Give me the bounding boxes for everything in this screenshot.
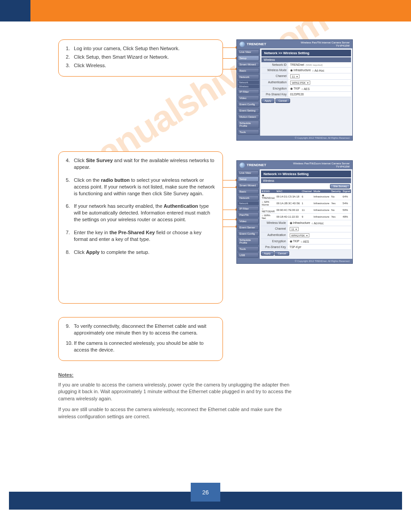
nav-item[interactable]: Tools	[238, 246, 259, 252]
nav-item[interactable]: Event Setting	[238, 108, 259, 113]
step-num: 10.	[66, 340, 74, 353]
panel-section: Wireless	[261, 178, 351, 183]
field-value[interactable]: TSP-Kyrr	[290, 245, 302, 249]
brand-globe-icon	[240, 42, 245, 47]
table-row[interactable]: ○ SPK Home00:1A:2B:3C:4D:5E1Infrastructu…	[261, 200, 351, 207]
table-row[interactable]: ◉ TRENDnet00:14:D1:C5:3A:186Infrastructu…	[261, 193, 351, 200]
nav-item[interactable]: Schedule Profile	[238, 120, 259, 129]
radio-option[interactable]: Infrastructure	[290, 69, 311, 72]
apply-button[interactable]: Apply	[261, 99, 274, 103]
step-text: To verify connectivity, disconnect the E…	[74, 323, 215, 336]
nav-item[interactable]: Smart Wizard	[238, 183, 259, 188]
model-label: Wireless Pan/Tilt Internet Camera Server…	[301, 41, 350, 47]
select[interactable]: 11	[290, 227, 299, 231]
screenshot-panel: Network >> Wireless Setting Wireless Net…	[260, 48, 352, 136]
nav-item[interactable]: Live View	[238, 49, 259, 55]
col-header: Channel	[301, 189, 313, 193]
field-label: Authentication	[261, 80, 288, 86]
nav-subitem[interactable]: Wireless	[238, 85, 259, 88]
apply-button[interactable]: Apply	[261, 251, 274, 256]
field-label: Encryption	[261, 239, 288, 244]
step-num: 3.	[66, 62, 74, 69]
step-text: Click Wireless.	[74, 62, 215, 69]
notes-block: Notes: If you are unable to access the c…	[58, 372, 295, 421]
nav-item[interactable]: Event Config	[238, 231, 259, 236]
nav-item[interactable]: Live View	[238, 170, 259, 176]
nav-item[interactable]: Video	[238, 95, 259, 101]
step-text: Click Apply to complete the setup.	[74, 249, 215, 256]
page-number: 26	[202, 489, 209, 496]
nav-item[interactable]: Network	[238, 74, 259, 80]
table-row[interactable]: ○ WPA-Net00:18:4D:11:22:339Infrastructur…	[261, 214, 351, 220]
radio-option[interactable]: AES	[301, 240, 309, 243]
header-orange-block	[30, 0, 411, 21]
radio-option[interactable]: AES	[301, 87, 309, 90]
nav-item[interactable]: Tools	[238, 129, 259, 135]
panel-title: Network >> Wireless Setting	[261, 171, 351, 177]
screenshot-footer: © Copyright 2012 TRENDnet. All Rights Re…	[237, 259, 352, 263]
screenshot-panel: Network >> Wireless Setting Wireless Sit…	[260, 169, 352, 259]
field-label: Pre-Shared Key	[261, 245, 288, 249]
brand-logo: TRENDNET	[240, 163, 266, 168]
table-row[interactable]: ○ NETGEAR00:90:4C:7E:00:2211Infrastructu…	[261, 207, 351, 214]
row-step-block-2: 4.Click Site Survey and wait for the ava…	[58, 151, 357, 304]
nav-item[interactable]: IP Filter	[238, 206, 259, 211]
screenshot-footer: © Copyright 2012 TRENDnet. All Rights Re…	[237, 136, 352, 140]
nav-item[interactable]: IP Filter	[238, 89, 259, 94]
select[interactable]: WPA2-PSK	[290, 233, 310, 237]
step-num: 6.	[66, 203, 74, 223]
model-label: Wireless Pan/Tilt/Zoom Internet Camera S…	[293, 162, 350, 168]
col-header: MAC	[276, 189, 301, 193]
col-header: Mode	[313, 189, 330, 193]
nav-item[interactable]: Pan/Tilt	[238, 212, 259, 218]
step-num: 4.	[66, 157, 74, 171]
cancel-button[interactable]: Cancel	[274, 251, 289, 256]
field-label: Pre-Shared Key	[261, 92, 288, 97]
select[interactable]: WPA2-PSK	[290, 81, 310, 85]
field-value[interactable]: 0123PE20	[290, 93, 304, 96]
field-label: Channel	[261, 226, 288, 232]
field-value[interactable]: TRENDnet	[290, 63, 304, 66]
header-navy-block	[0, 0, 30, 21]
brand-text: TRENDNET	[247, 163, 266, 167]
nav-subitem[interactable]: Network	[238, 81, 259, 84]
radio-option[interactable]: TKIP	[290, 87, 300, 90]
note-line: If you are still unable to access the ca…	[58, 406, 295, 420]
field-label: Wireless Mode	[261, 220, 288, 226]
site-survey-table: ESSIDMACChannelModeSecuritySignal ◉ TREN…	[261, 189, 351, 220]
field-hint: (SSID required)	[305, 64, 322, 66]
col-header: Signal	[342, 189, 351, 193]
nav-item[interactable]: Video	[238, 219, 259, 224]
radio-option[interactable]: Infrastructure	[290, 221, 310, 225]
screenshot-1: TRENDNET Wireless Pan/Tilt Internet Came…	[236, 39, 353, 141]
field-label: Network ID	[261, 62, 288, 67]
radio-option[interactable]: TKIP	[290, 240, 300, 243]
panel-section: Wireless	[261, 57, 351, 62]
page-header	[0, 0, 411, 21]
site-survey-button[interactable]: Site Survey	[330, 184, 350, 189]
nav-item[interactable]: Event Config	[238, 102, 259, 107]
nav-item[interactable]: Event Server	[238, 225, 259, 230]
step-num: 8.	[66, 249, 74, 256]
nav-item[interactable]: Basic	[238, 189, 259, 194]
nav-item[interactable]: Schedule Profile	[238, 237, 259, 245]
field-label: Authentication	[261, 232, 288, 238]
nav-item[interactable]: Basic	[238, 68, 259, 73]
nav-item[interactable]: Smart Wizard	[238, 62, 259, 67]
row-step-block-1: 1.Log into your camera, Click Setup then…	[58, 39, 357, 141]
nav-item[interactable]: Motion Detect	[238, 114, 259, 120]
step-text: If the camera is connected wirelessly, y…	[74, 340, 215, 353]
radio-option[interactable]: Ad-Hoc	[312, 69, 324, 72]
select[interactable]: 11	[290, 74, 300, 78]
step-text: If your network has security enabled, th…	[74, 203, 215, 223]
col-header: Security	[330, 189, 342, 193]
panel-title: Network >> Wireless Setting	[261, 50, 351, 56]
nav-subitem[interactable]: Network	[238, 202, 259, 205]
nav-item[interactable]: USB	[238, 253, 259, 258]
cancel-button[interactable]: Cancel	[275, 99, 290, 103]
nav-item[interactable]: Setup	[238, 56, 259, 61]
nav-item[interactable]: Network	[238, 195, 259, 201]
page-number-box: 26	[191, 483, 220, 502]
radio-option[interactable]: Ad-Hoc	[312, 222, 324, 225]
nav-item[interactable]: Setup	[238, 176, 259, 182]
